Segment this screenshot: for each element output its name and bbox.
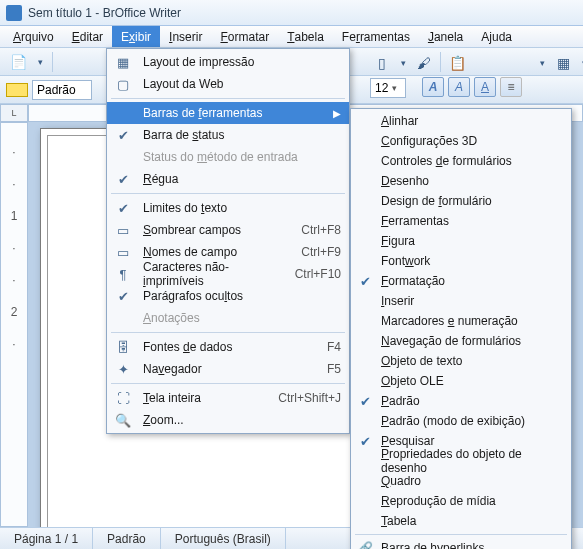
submenu-item[interactable]: Propriedades do objeto de desenho: [351, 451, 571, 471]
submenu-item[interactable]: ✔Padrão: [351, 391, 571, 411]
menu-label: Limites do texto: [143, 201, 341, 215]
toolbar-btn-c[interactable]: ▦: [551, 52, 575, 74]
submenu-item[interactable]: Fontwork: [351, 251, 571, 271]
vertical-ruler[interactable]: ··1··2·: [0, 122, 28, 527]
bold-button[interactable]: A: [422, 77, 444, 97]
submenu-item[interactable]: Padrão (modo de exibição): [351, 411, 571, 431]
exibir-menu: ▦Layout de impressão▢Layout da WebBarras…: [106, 48, 350, 434]
style-select[interactable]: Padrão: [32, 80, 92, 100]
submenu-item[interactable]: Configurações 3D: [351, 131, 571, 151]
submenu-item[interactable]: Design de formulário: [351, 191, 571, 211]
toolbar-arrow-a[interactable]: ▾: [398, 52, 408, 74]
submenu-label: Padrão: [381, 394, 563, 408]
submenu-item[interactable]: Ferramentas: [351, 211, 571, 231]
chevron-down-icon: ▾: [392, 83, 397, 93]
submenu-item[interactable]: Objeto de texto: [351, 351, 571, 371]
menu-exibir[interactable]: Exibir: [112, 26, 160, 47]
menu-label: Layout da Web: [143, 77, 341, 91]
submenu-label: Figura: [381, 234, 563, 248]
menu-icon: ▢: [111, 77, 135, 92]
menu-item[interactable]: ▢Layout da Web: [107, 73, 349, 95]
toolbar-arrow-b[interactable]: ▾: [537, 52, 547, 74]
submenu-label: Configurações 3D: [381, 134, 563, 148]
submenu-label: Reprodução de mídia: [381, 494, 563, 508]
toolbar-arrow-c[interactable]: ▾: [579, 52, 583, 74]
menu-shortcut: Ctrl+F8: [301, 223, 341, 237]
menu-label: Tela inteira: [143, 391, 270, 405]
new-arrow-button[interactable]: ▾: [34, 51, 46, 73]
menu-separator: [111, 332, 345, 333]
submenu-item[interactable]: Controles de formulários: [351, 151, 571, 171]
submenu-item[interactable]: Reprodução de mídia: [351, 491, 571, 511]
menu-separator: [111, 193, 345, 194]
submenu-item[interactable]: Navegação de formulários: [351, 331, 571, 351]
menu-separator: [355, 534, 567, 535]
menu-icon: ⛶: [111, 391, 135, 406]
menu-editar[interactable]: Editar: [63, 26, 112, 47]
window-title: Sem título 1 - BrOffice Writer: [28, 6, 181, 20]
italic-button[interactable]: A: [448, 77, 470, 97]
submenu-label: Objeto OLE: [381, 374, 563, 388]
menu-label: Régua: [143, 172, 341, 186]
menu-item[interactable]: ✔Régua: [107, 168, 349, 190]
submenu-label: Pesquisar: [381, 434, 563, 448]
toolbar-btn-a[interactable]: ▯: [370, 52, 394, 74]
submenu-item[interactable]: Objeto OLE: [351, 371, 571, 391]
app-icon: [6, 5, 22, 21]
submenu-item[interactable]: Alinhar: [351, 111, 571, 131]
menu-inserir[interactable]: Inserir: [160, 26, 211, 47]
menu-arquivo[interactable]: Arquivo: [4, 26, 63, 47]
submenu-item[interactable]: 🔗Barra de hyperlinks: [351, 538, 571, 549]
submenu-label: Marcadores e numeração: [381, 314, 563, 328]
menu-formatar[interactable]: Formatar: [211, 26, 278, 47]
menu-item[interactable]: 🗄Fontes de dadosF4: [107, 336, 349, 358]
underline-button[interactable]: A: [474, 77, 496, 97]
submenu-item[interactable]: Desenho: [351, 171, 571, 191]
menu-item[interactable]: ▦Layout de impressão: [107, 51, 349, 73]
menu-label: Status do método de entrada: [143, 150, 341, 164]
ruler-mark: ·: [12, 273, 15, 287]
menu-label: Zoom...: [143, 413, 341, 427]
submenu-label: Propriedades do objeto de desenho: [381, 447, 563, 475]
submenu-item[interactable]: Tabela: [351, 511, 571, 531]
status-lang: Português (Brasil): [161, 528, 286, 549]
menu-item[interactable]: Barras de ferramentas▶: [107, 102, 349, 124]
menu-label: Anotações: [143, 311, 341, 325]
menu-shortcut: F5: [327, 362, 341, 376]
menu-item[interactable]: ✔Limites do texto: [107, 197, 349, 219]
menu-item[interactable]: ▭Sombrear camposCtrl+F8: [107, 219, 349, 241]
menu-janela[interactable]: Janela: [419, 26, 472, 47]
ruler-mark: 2: [11, 305, 18, 319]
style-value: Padrão: [37, 83, 76, 97]
style-indicator[interactable]: [6, 83, 28, 97]
submenu-item[interactable]: Marcadores e numeração: [351, 311, 571, 331]
menu-tabela[interactable]: Tabela: [278, 26, 333, 47]
fontsize-select[interactable]: 12 ▾: [370, 78, 406, 98]
menu-separator: [111, 98, 345, 99]
ruler-corner: L: [0, 104, 28, 122]
menu-item[interactable]: ¶Caracteres não-imprimíveisCtrl+F10: [107, 263, 349, 285]
submenu-item[interactable]: Inserir: [351, 291, 571, 311]
menu-item[interactable]: ⛶Tela inteiraCtrl+Shift+J: [107, 387, 349, 409]
check-icon: ✔: [355, 274, 375, 289]
toolbar-divider: [440, 52, 441, 72]
toolbar-brush[interactable]: 🖌: [412, 52, 436, 74]
menu-icon: ✦: [111, 362, 135, 377]
new-doc-button[interactable]: 📄: [6, 51, 30, 73]
menu-item[interactable]: 🔍Zoom...: [107, 409, 349, 431]
align-button[interactable]: ≡: [500, 77, 522, 97]
titlebar: Sem título 1 - BrOffice Writer: [0, 0, 583, 26]
menu-ferramentas[interactable]: Ferramentas: [333, 26, 419, 47]
toolbar-btn-b[interactable]: 📋: [445, 52, 469, 74]
menu-item[interactable]: ✔Parágrafos ocultos: [107, 285, 349, 307]
menu-item[interactable]: ✔Barra de status: [107, 124, 349, 146]
menu-icon: 🔍: [111, 413, 135, 428]
menu-ajuda[interactable]: Ajuda: [472, 26, 521, 47]
menu-item[interactable]: ✦NavegadorF5: [107, 358, 349, 380]
submenu-item[interactable]: ✔Formatação: [351, 271, 571, 291]
submenu-item[interactable]: Quadro: [351, 471, 571, 491]
menu-label: Sombrear campos: [143, 223, 293, 237]
menu-label: Navegador: [143, 362, 319, 376]
status-page: Página 1 / 1: [0, 528, 93, 549]
submenu-item[interactable]: Figura: [351, 231, 571, 251]
